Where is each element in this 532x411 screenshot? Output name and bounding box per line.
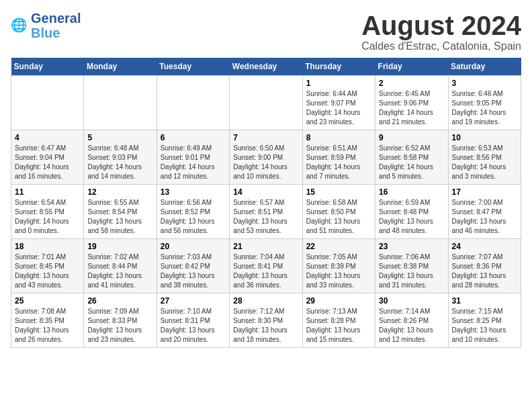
day-info: Sunrise: 6:45 AMSunset: 9:06 PMDaylight:… [379,89,444,127]
calendar-cell: 16Sunrise: 6:59 AMSunset: 8:48 PMDayligh… [375,185,448,239]
sunrise-text: Sunrise: 7:04 AM [233,253,284,261]
sunset-text: Sunset: 8:54 PM [87,208,137,216]
day-info: Sunrise: 6:52 AMSunset: 8:58 PMDaylight:… [379,144,444,181]
sunset-text: Sunset: 8:25 PM [452,317,502,324]
calendar-cell: 27Sunrise: 7:10 AMSunset: 8:31 PMDayligh… [157,293,229,348]
sunrise-text: Sunrise: 6:46 AM [452,90,503,97]
header: 🌐 General Blue August 2024 Caldes d'Estr… [11,11,521,52]
calendar-week-2: 4Sunrise: 6:47 AMSunset: 9:04 PMDaylight… [11,130,521,185]
calendar-cell: 13Sunrise: 6:56 AMSunset: 8:52 PMDayligh… [157,185,229,239]
sunset-text: Sunset: 8:56 PM [452,154,502,161]
calendar-cell: 23Sunrise: 7:06 AMSunset: 8:38 PMDayligh… [375,239,448,293]
calendar-cell: 9Sunrise: 6:52 AMSunset: 8:58 PMDaylight… [375,130,448,185]
sunrise-text: Sunrise: 7:01 AM [15,253,66,261]
sunrise-text: Sunrise: 6:51 AM [306,144,357,152]
daylight-text: Daylight: 13 hours and 36 minutes. [233,272,287,289]
day-number: 15 [306,187,371,197]
day-info: Sunrise: 6:44 AMSunset: 9:07 PMDaylight:… [306,89,371,127]
calendar-cell [84,76,157,130]
day-number: 9 [379,133,444,142]
weekday-header-saturday: Saturday [448,58,521,76]
calendar-cell: 10Sunrise: 6:53 AMSunset: 8:56 PMDayligh… [448,130,521,185]
sunrise-text: Sunrise: 7:09 AM [87,308,138,315]
daylight-text: Daylight: 13 hours and 23 minutes. [87,326,142,343]
daylight-text: Daylight: 13 hours and 46 minutes. [452,218,506,234]
weekday-header-wednesday: Wednesday [230,58,302,76]
calendar-cell [11,76,84,130]
weekday-header-friday: Friday [375,58,448,76]
day-number: 2 [379,79,444,88]
daylight-text: Daylight: 13 hours and 20 minutes. [161,326,215,343]
day-info: Sunrise: 6:48 AMSunset: 9:03 PMDaylight:… [87,144,152,181]
sunrise-text: Sunrise: 6:57 AM [233,199,284,206]
sunset-text: Sunset: 8:35 PM [15,317,64,324]
sunrise-text: Sunrise: 7:02 AM [87,253,138,261]
day-info: Sunrise: 6:54 AMSunset: 8:55 PMDaylight:… [15,198,80,236]
day-info: Sunrise: 7:09 AMSunset: 8:33 PMDaylight:… [87,307,152,345]
daylight-text: Daylight: 14 hours and 10 minutes. [233,163,287,180]
day-info: Sunrise: 7:08 AMSunset: 8:35 PMDaylight:… [15,307,80,345]
daylight-text: Daylight: 13 hours and 56 minutes. [161,218,215,234]
sunrise-text: Sunrise: 6:53 AM [452,144,503,152]
sunset-text: Sunset: 8:52 PM [161,208,210,216]
sunrise-text: Sunrise: 6:45 AM [379,90,430,97]
sunset-text: Sunset: 9:07 PM [306,99,356,107]
calendar-cell: 1Sunrise: 6:44 AMSunset: 9:07 PMDaylight… [302,76,375,130]
daylight-text: Daylight: 13 hours and 26 minutes. [15,326,69,343]
day-number: 17 [452,187,517,197]
daylight-text: Daylight: 14 hours and 19 minutes. [452,109,506,126]
daylight-text: Daylight: 14 hours and 16 minutes. [15,163,69,180]
day-info: Sunrise: 7:04 AMSunset: 8:41 PMDaylight:… [233,253,298,290]
day-info: Sunrise: 6:57 AMSunset: 8:51 PMDaylight:… [233,198,298,236]
day-info: Sunrise: 6:47 AMSunset: 9:04 PMDaylight:… [15,144,80,181]
day-info: Sunrise: 7:02 AMSunset: 8:44 PMDaylight:… [87,253,152,290]
weekday-header-tuesday: Tuesday [157,58,229,76]
sunrise-text: Sunrise: 7:14 AM [379,308,430,315]
calendar-cell: 26Sunrise: 7:09 AMSunset: 8:33 PMDayligh… [84,293,157,348]
calendar-cell: 15Sunrise: 6:58 AMSunset: 8:50 PMDayligh… [302,185,375,239]
day-info: Sunrise: 6:49 AMSunset: 9:01 PMDaylight:… [161,144,226,181]
daylight-text: Daylight: 13 hours and 18 minutes. [233,326,287,343]
sunset-text: Sunset: 9:01 PM [161,154,210,161]
calendar-cell [157,76,229,130]
day-number: 19 [87,242,152,251]
sunset-text: Sunset: 8:42 PM [161,263,210,270]
sunset-text: Sunset: 8:50 PM [306,208,356,216]
day-number: 23 [379,242,444,251]
calendar-cell: 8Sunrise: 6:51 AMSunset: 8:59 PMDaylight… [302,130,375,185]
day-number: 1 [306,79,371,88]
sunrise-text: Sunrise: 6:47 AM [15,144,66,152]
calendar-cell: 4Sunrise: 6:47 AMSunset: 9:04 PMDaylight… [11,130,84,185]
sunrise-text: Sunrise: 6:56 AM [161,199,212,206]
calendar-week-5: 25Sunrise: 7:08 AMSunset: 8:35 PMDayligh… [11,293,521,348]
sunrise-text: Sunrise: 7:06 AM [379,253,430,261]
day-number: 6 [161,133,226,142]
day-info: Sunrise: 7:06 AMSunset: 8:38 PMDaylight:… [379,253,444,290]
sunset-text: Sunset: 8:51 PM [233,208,283,216]
daylight-text: Daylight: 13 hours and 48 minutes. [379,218,433,234]
day-number: 26 [87,296,152,306]
day-info: Sunrise: 7:14 AMSunset: 8:26 PMDaylight:… [379,307,444,345]
month-title: August 2024 [361,11,521,40]
sunset-text: Sunset: 8:38 PM [379,263,429,270]
day-info: Sunrise: 7:03 AMSunset: 8:42 PMDaylight:… [161,253,226,290]
weekday-header-monday: Monday [84,58,157,76]
day-number: 11 [15,187,80,197]
sunset-text: Sunset: 8:55 PM [15,208,64,216]
day-info: Sunrise: 7:07 AMSunset: 8:36 PMDaylight:… [452,253,517,290]
day-number: 7 [233,133,298,142]
sunset-text: Sunset: 8:33 PM [87,317,137,324]
day-info: Sunrise: 6:51 AMSunset: 8:59 PMDaylight:… [306,144,371,181]
day-number: 3 [452,79,517,88]
sunset-text: Sunset: 8:44 PM [87,263,137,270]
sunrise-text: Sunrise: 6:55 AM [87,199,138,206]
day-number: 30 [379,296,444,306]
daylight-text: Daylight: 13 hours and 10 minutes. [452,326,506,343]
daylight-text: Daylight: 13 hours and 12 minutes. [379,326,433,343]
day-info: Sunrise: 6:55 AMSunset: 8:54 PMDaylight:… [87,198,152,236]
calendar-week-4: 18Sunrise: 7:01 AMSunset: 8:45 PMDayligh… [11,239,521,293]
day-number: 24 [452,242,517,251]
calendar-week-3: 11Sunrise: 6:54 AMSunset: 8:55 PMDayligh… [11,185,521,239]
calendar-cell: 30Sunrise: 7:14 AMSunset: 8:26 PMDayligh… [375,293,448,348]
sunrise-text: Sunrise: 7:12 AM [233,308,284,315]
